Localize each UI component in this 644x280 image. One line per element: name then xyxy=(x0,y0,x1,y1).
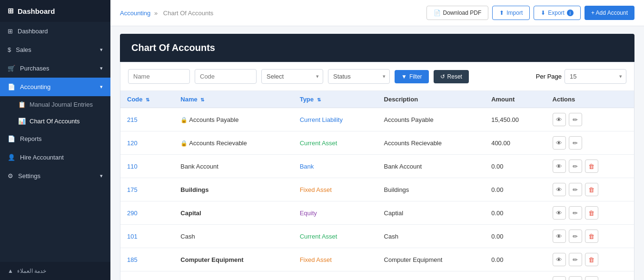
cell-description: Captial xyxy=(377,201,485,225)
dollar-icon: $ xyxy=(8,46,11,53)
delete-icon[interactable]: 🗑 xyxy=(585,183,598,196)
cell-description: Computer Equipment xyxy=(377,248,485,271)
table-row: 110 Bank Account Bank Bank Account 0.00 … xyxy=(120,155,634,178)
filter-button[interactable]: ▼ Filter xyxy=(395,70,429,83)
view-icon[interactable]: 👁 xyxy=(553,113,566,126)
cell-type: Fixed Asset xyxy=(293,248,377,271)
lock-icon: 🔒 xyxy=(180,140,188,147)
type-select[interactable]: Select xyxy=(261,69,323,84)
type-select-wrapper: Select xyxy=(261,69,323,84)
breadcrumb: Accounting » Chart Of Accounts xyxy=(120,10,215,17)
export-button[interactable]: ⬇ Export i xyxy=(534,6,581,20)
topbar: Accounting » Chart Of Accounts 📄 Downloa… xyxy=(110,0,644,26)
export-icon: ⬇ xyxy=(541,10,545,16)
edit-icon[interactable]: ✏ xyxy=(569,276,582,280)
import-button[interactable]: ⬆ Import xyxy=(492,6,530,20)
cell-actions: 👁 ✏ xyxy=(546,131,634,155)
sidebar-item-chart-of-accounts[interactable]: 📊 Chart Of Accounts xyxy=(0,113,110,130)
cell-amount: 0.00 xyxy=(485,225,545,248)
table-row: 175 Buildings Fixed Asset Buildings 0.00… xyxy=(120,178,634,201)
delete-icon[interactable]: 🗑 xyxy=(585,206,598,220)
cart-icon: 🛒 xyxy=(8,65,15,72)
sidebar-label-chart-of-accounts: Chart Of Accounts xyxy=(30,118,80,125)
topbar-actions: 📄 Download PDF ⬆ Import ⬇ Export i + Add… xyxy=(426,6,634,20)
cell-description: Cost Of Goods Sold xyxy=(377,271,485,280)
breadcrumb-accounting[interactable]: Accounting xyxy=(120,10,150,17)
table-body: 215 🔒Accounts Payable Current Liability … xyxy=(120,108,634,280)
chevron-down-icon: ▾ xyxy=(100,84,103,90)
cell-amount: 400.00 xyxy=(485,131,545,155)
cell-name: 🔒Accounts Recievable xyxy=(174,131,293,155)
cell-code: 120 xyxy=(120,131,174,155)
cell-type: Equity xyxy=(293,201,377,225)
col-type: Type ⇅ xyxy=(293,91,377,108)
sort-arrows-name[interactable]: ⇅ xyxy=(200,97,204,102)
sidebar-item-accounting[interactable]: 📄 Accounting ▾ xyxy=(0,78,110,96)
lock-icon: 🔒 xyxy=(180,117,188,123)
name-filter-input[interactable] xyxy=(128,69,190,84)
view-icon[interactable]: 👁 xyxy=(553,136,566,150)
cell-amount: 0.00 xyxy=(485,155,545,178)
table-row: 290 Capital Equity Captial 0.00 👁 ✏ 🗑 xyxy=(120,201,634,225)
cell-type: Direct Cost xyxy=(293,271,377,280)
table-header-row: Code ⇅ Name ⇅ Type ⇅ Description xyxy=(120,91,634,108)
sidebar-item-reports[interactable]: 📄 Reports xyxy=(0,130,110,148)
cell-code: 175 xyxy=(120,178,174,201)
cell-type: Bank xyxy=(293,155,377,178)
sidebar-item-sales[interactable]: $ Sales ▾ xyxy=(0,40,110,59)
sidebar-footer-label: خدمة العملاء xyxy=(17,268,46,274)
col-actions: Actions xyxy=(546,91,634,108)
cell-name: Cost Of Goods Sold xyxy=(174,271,293,280)
sidebar-logo: ⊞ Dashboard xyxy=(0,0,110,22)
table-row: 540 Cost Of Goods Sold Direct Cost Cost … xyxy=(120,271,634,280)
code-filter-input[interactable] xyxy=(195,69,257,84)
col-description: Description xyxy=(377,91,485,108)
edit-icon[interactable]: ✏ xyxy=(569,183,582,196)
view-icon[interactable]: 👁 xyxy=(553,230,566,243)
view-icon[interactable]: 👁 xyxy=(553,276,566,280)
col-amount: Amount xyxy=(485,91,545,108)
edit-icon[interactable]: ✏ xyxy=(569,253,582,266)
view-icon[interactable]: 👁 xyxy=(553,160,566,173)
cell-actions: 👁 ✏ xyxy=(546,108,634,131)
delete-icon[interactable]: 🗑 xyxy=(585,230,598,243)
edit-icon[interactable]: ✏ xyxy=(569,113,582,126)
status-select-wrapper: Status xyxy=(328,69,390,84)
status-select[interactable]: Status xyxy=(328,69,390,84)
reset-button[interactable]: ↺ Reset xyxy=(434,70,469,83)
view-icon[interactable]: 👁 xyxy=(553,206,566,220)
view-icon[interactable]: 👁 xyxy=(553,183,566,196)
cell-code: 290 xyxy=(120,201,174,225)
add-account-button[interactable]: + Add Account xyxy=(585,6,634,20)
cell-name: Bank Account xyxy=(174,155,293,178)
cell-amount: 0.00 xyxy=(485,248,545,271)
sidebar-item-manual-journal[interactable]: 📋 Manual Journal Entries xyxy=(0,96,110,113)
import-icon: ⬆ xyxy=(499,10,504,16)
main-content: Accounting » Chart Of Accounts 📄 Downloa… xyxy=(110,0,644,280)
cell-actions: 👁 ✏ 🗑 xyxy=(546,248,634,271)
cell-actions: 👁 ✏ 🗑 xyxy=(546,271,634,280)
table-row: 215 🔒Accounts Payable Current Liability … xyxy=(120,108,634,131)
edit-icon[interactable]: ✏ xyxy=(569,230,582,243)
sidebar-logo-label: Dashboard xyxy=(18,7,55,15)
sidebar-label-purchases: Purchases xyxy=(20,65,49,72)
per-page-select[interactable]: 15 xyxy=(565,69,626,84)
edit-icon[interactable]: ✏ xyxy=(569,160,582,173)
sidebar-item-hire-accountant[interactable]: 👤 Hire Accountant xyxy=(0,148,110,167)
sidebar-item-purchases[interactable]: 🛒 Purchases ▾ xyxy=(0,59,110,78)
sidebar-label-dashboard: Dashboard xyxy=(18,28,48,35)
filter-icon: ▼ xyxy=(401,73,407,80)
view-icon[interactable]: 👁 xyxy=(553,253,566,266)
delete-icon[interactable]: 🗑 xyxy=(585,276,598,280)
sidebar-item-settings[interactable]: ⚙ Settings ▾ xyxy=(0,167,110,185)
download-pdf-button[interactable]: 📄 Download PDF xyxy=(426,6,489,20)
delete-icon[interactable]: 🗑 xyxy=(585,160,598,173)
delete-icon[interactable]: 🗑 xyxy=(585,253,598,266)
sidebar-item-dashboard[interactable]: ⊞ Dashboard xyxy=(0,22,110,40)
edit-icon[interactable]: ✏ xyxy=(569,136,582,150)
sort-arrows-code[interactable]: ⇅ xyxy=(146,97,149,102)
cell-name: Cash xyxy=(174,225,293,248)
per-page-control: Per Page 15 xyxy=(536,69,626,84)
sort-arrows-type[interactable]: ⇅ xyxy=(317,97,321,102)
edit-icon[interactable]: ✏ xyxy=(569,206,582,220)
